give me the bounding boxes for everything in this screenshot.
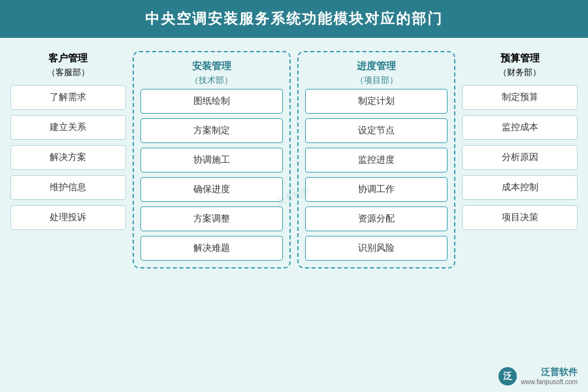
anzhuang-wrapper: 安装管理 （技术部） 图纸绘制 方案制定 协调施工 确保进度 方案调整 解决难题: [133, 51, 291, 269]
brand-name: 泛普软件: [541, 367, 578, 378]
list-item: 识别风险: [305, 236, 448, 261]
col-anzhuang-title: 安装管理 （技术部）: [190, 59, 233, 86]
col-yusuan-title: 预算管理 （财务部）: [498, 51, 541, 78]
page-title: 中央空调安装服务系统功能模块对应的部门: [145, 10, 443, 27]
list-item: 解决方案: [10, 145, 126, 170]
list-item: 监控成本: [462, 115, 578, 140]
page-header: 中央空调安装服务系统功能模块对应的部门: [0, 0, 588, 38]
list-item: 方案制定: [140, 118, 283, 143]
main-container: 中央空调安装服务系统功能模块对应的部门 客户管理 （客服部） 了解需求 建立关系…: [0, 0, 588, 392]
list-item: 处理投诉: [10, 205, 126, 230]
col-yusuan: 预算管理 （财务部） 制定预算 监控成本 分析原因 成本控制 项目决策: [462, 51, 578, 230]
col-anzhuang: 安装管理 （技术部） 图纸绘制 方案制定 协调施工 确保进度 方案调整 解决难题: [133, 51, 291, 269]
list-item: 确保进度: [140, 177, 283, 202]
list-item: 制定计划: [305, 89, 448, 114]
list-item: 成本控制: [462, 175, 578, 200]
content-area: 客户管理 （客服部） 了解需求 建立关系 解决方案 维护信息 处理投诉 安装管理…: [0, 38, 588, 392]
col-kehu-title: 客户管理 （客服部）: [47, 51, 90, 78]
logo-icon: 泛: [498, 367, 517, 385]
list-item: 分析原因: [462, 145, 578, 170]
list-item: 了解需求: [10, 85, 126, 110]
list-item: 维护信息: [10, 175, 126, 200]
list-item: 资源分配: [305, 206, 448, 231]
list-item: 协调工作: [305, 177, 448, 202]
list-item: 制定预算: [462, 85, 578, 110]
list-item: 图纸绘制: [140, 89, 283, 114]
list-item: 方案调整: [140, 206, 283, 231]
jindu-wrapper: 进度管理 （项目部） 制定计划 设定节点 监控进度 协调工作 资源分配 识别风险: [297, 51, 455, 269]
list-item: 监控进度: [305, 148, 448, 172]
list-item: 设定节点: [305, 118, 448, 143]
brand-url: www.fanpusoft.com: [521, 378, 578, 385]
col-jindu: 进度管理 （项目部） 制定计划 设定节点 监控进度 协调工作 资源分配 识别风险: [297, 51, 455, 269]
list-item: 建立关系: [10, 115, 126, 140]
list-item: 解决难题: [140, 236, 283, 261]
list-item: 协调施工: [140, 148, 283, 172]
list-item: 项目决策: [462, 205, 578, 230]
footer-logo: 泛普软件 www.fanpusoft.com: [521, 367, 578, 385]
footer: 泛 泛普软件 www.fanpusoft.com: [498, 367, 578, 385]
inner-columns-group: 安装管理 （技术部） 图纸绘制 方案制定 协调施工 确保进度 方案调整 解决难题…: [133, 51, 456, 269]
col-kehu: 客户管理 （客服部） 了解需求 建立关系 解决方案 维护信息 处理投诉: [10, 51, 126, 230]
col-jindu-title: 进度管理 （项目部）: [355, 59, 398, 86]
